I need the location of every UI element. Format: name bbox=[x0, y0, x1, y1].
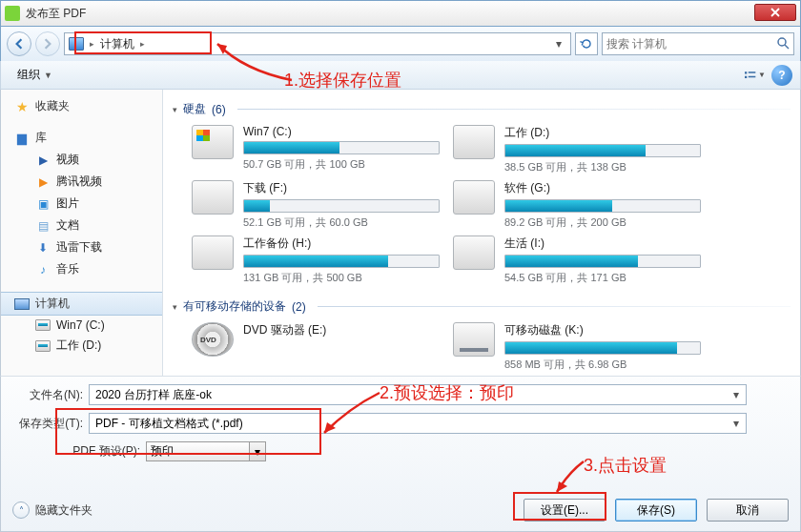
sidebar-item-documents[interactable]: ▤文档 bbox=[1, 215, 162, 236]
play-icon: ▶ bbox=[35, 174, 51, 190]
sidebar-item-label: 库 bbox=[35, 130, 47, 146]
drive-item[interactable]: Win7 (C:) 50.7 GB 可用，共 100 GB bbox=[192, 125, 440, 174]
save-button[interactable]: 保存(S) bbox=[615, 499, 697, 522]
star-icon: ★ bbox=[14, 99, 30, 114]
drive-stat: 131 GB 可用，共 500 GB bbox=[243, 271, 440, 285]
sidebar-libraries[interactable]: ▆库 bbox=[1, 127, 162, 149]
footer: ˄ 隐藏文件夹 设置(E)... 保存(S) 取消 bbox=[12, 499, 789, 522]
hide-folders-button[interactable]: ˄ 隐藏文件夹 bbox=[12, 501, 92, 519]
organize-label: 组织 bbox=[17, 67, 40, 83]
main-panel: ★收藏夹 ▆库 ▶视频 ▶腾讯视频 ▣图片 ▤文档 ⬇迅雷下载 ♪音乐 计算机 … bbox=[0, 90, 801, 376]
drive-stat: 50.7 GB 可用，共 100 GB bbox=[243, 157, 440, 172]
filename-field[interactable]: ▾ bbox=[89, 384, 747, 405]
section-hdd[interactable]: ▾ 硬盘 (6) bbox=[173, 97, 791, 121]
drive-stat: 52.1 GB 可用，共 60.0 GB bbox=[243, 215, 440, 230]
removable-item[interactable]: DVD 驱动器 (E:) bbox=[192, 322, 440, 372]
drive-grid: Win7 (C:) 50.7 GB 可用，共 100 GB 工作 (D:) 38… bbox=[173, 121, 791, 295]
view-button[interactable]: ▼ bbox=[745, 66, 766, 85]
capacity-bar bbox=[243, 141, 440, 154]
drive-icon bbox=[453, 235, 495, 270]
view-icon bbox=[745, 69, 756, 82]
drive-icon bbox=[192, 180, 234, 215]
drive-item[interactable]: 工作备份 (H:) 131 GB 可用，共 500 GB bbox=[192, 235, 440, 285]
search-input[interactable] bbox=[606, 37, 776, 51]
drive-icon bbox=[192, 235, 234, 270]
address-dropdown-icon[interactable]: ▾ bbox=[551, 37, 566, 51]
sidebar-item-label: 迅雷下载 bbox=[56, 239, 102, 256]
drive-name: 工作 (D:) bbox=[504, 125, 701, 141]
sidebar-item-pictures[interactable]: ▣图片 bbox=[1, 193, 162, 215]
refresh-icon bbox=[580, 37, 593, 51]
section-label: 有可移动存储的设备 bbox=[183, 298, 286, 315]
drive-icon bbox=[453, 180, 495, 215]
drive-stat: 38.5 GB 可用，共 138 GB bbox=[504, 160, 701, 174]
settings-button[interactable]: 设置(E)... bbox=[524, 499, 606, 522]
drive-item[interactable]: 软件 (G:) 89.2 GB 可用，共 200 GB bbox=[453, 180, 701, 230]
collapse-icon: ▾ bbox=[173, 302, 177, 312]
type-label: 保存类型(T): bbox=[12, 416, 89, 432]
music-icon: ♪ bbox=[35, 262, 51, 277]
cancel-button[interactable]: 取消 bbox=[707, 499, 789, 522]
section-removable[interactable]: ▾ 有可移动存储的设备 (2) bbox=[173, 295, 791, 318]
sidebar-drive-c[interactable]: Win7 (C:) bbox=[1, 316, 162, 335]
window-title: 发布至 PDF bbox=[26, 6, 86, 22]
drive-item[interactable]: 下载 (F:) 52.1 GB 可用，共 60.0 GB bbox=[192, 180, 440, 230]
close-button[interactable] bbox=[754, 4, 796, 21]
drive-item[interactable]: 生活 (I:) 54.5 GB 可用，共 171 GB bbox=[453, 235, 701, 285]
capacity-bar bbox=[243, 199, 440, 213]
download-icon: ⬇ bbox=[35, 240, 51, 256]
picture-icon: ▣ bbox=[35, 196, 51, 212]
chevron-up-icon: ˄ bbox=[12, 501, 30, 519]
filename-label: 文件名(N): bbox=[12, 387, 89, 403]
preset-combo[interactable]: 预印 ▾ bbox=[146, 441, 266, 461]
preset-value: 预印 bbox=[151, 443, 174, 460]
filename-input[interactable] bbox=[95, 388, 740, 401]
sidebar-item-xunlei[interactable]: ⬇迅雷下载 bbox=[1, 236, 162, 258]
removable-item[interactable]: 可移动磁盘 (K:) 858 MB 可用，共 6.98 GB bbox=[453, 322, 701, 372]
section-count: (2) bbox=[292, 300, 306, 314]
search-icon bbox=[776, 36, 790, 52]
sidebar-computer[interactable]: 计算机 bbox=[1, 292, 162, 316]
sidebar-item-label: 图片 bbox=[56, 195, 79, 212]
sidebar-item-video[interactable]: ▶视频 bbox=[1, 149, 162, 171]
chevron-down-icon[interactable]: ▾ bbox=[729, 416, 744, 431]
help-button[interactable]: ? bbox=[771, 65, 792, 86]
sidebar-drive-d[interactable]: 工作 (D:) bbox=[1, 335, 162, 357]
type-field[interactable]: ▾ bbox=[89, 413, 747, 434]
chevron-down-icon: ▼ bbox=[758, 71, 766, 79]
refresh-button[interactable] bbox=[575, 32, 598, 55]
drive-name: DVD 驱动器 (E:) bbox=[243, 322, 440, 338]
capacity-bar bbox=[504, 144, 701, 157]
sidebar-item-label: 文档 bbox=[56, 217, 79, 234]
chevron-down-icon[interactable]: ▾ bbox=[729, 387, 744, 402]
search-box[interactable] bbox=[602, 32, 794, 55]
forward-button[interactable] bbox=[35, 31, 60, 56]
navbar: ▸ 计算机 ▸ ▾ bbox=[0, 27, 801, 61]
sidebar: ★收藏夹 ▆库 ▶视频 ▶腾讯视频 ▣图片 ▤文档 ⬇迅雷下载 ♪音乐 计算机 … bbox=[1, 90, 163, 376]
app-icon bbox=[5, 6, 20, 21]
chevron-down-icon[interactable]: ▾ bbox=[249, 442, 265, 460]
sidebar-item-label: 腾讯视频 bbox=[56, 174, 102, 190]
divider bbox=[237, 109, 791, 110]
drive-item[interactable]: 工作 (D:) 38.5 GB 可用，共 138 GB bbox=[453, 125, 701, 174]
address-bar[interactable]: ▸ 计算机 ▸ ▾ bbox=[64, 32, 571, 55]
back-button[interactable] bbox=[7, 31, 31, 56]
section-label: 硬盘 bbox=[183, 101, 206, 117]
drive-stat: 54.5 GB 可用，共 171 GB bbox=[504, 271, 701, 285]
sidebar-item-tencent[interactable]: ▶腾讯视频 bbox=[1, 171, 162, 193]
sidebar-item-music[interactable]: ♪音乐 bbox=[1, 258, 162, 280]
sidebar-item-label: 视频 bbox=[56, 152, 79, 168]
type-input[interactable] bbox=[95, 417, 740, 430]
content: ▾ 硬盘 (6) Win7 (C:) 50.7 GB 可用，共 100 GB 工… bbox=[163, 90, 800, 376]
sidebar-favorites[interactable]: ★收藏夹 bbox=[1, 95, 162, 117]
svg-rect-1 bbox=[745, 72, 747, 73]
sidebar-item-label: 音乐 bbox=[56, 261, 79, 277]
drive-name: 下载 (F:) bbox=[243, 180, 440, 196]
computer-icon bbox=[69, 37, 84, 51]
svg-rect-2 bbox=[749, 72, 756, 73]
organize-button[interactable]: 组织 ▼ bbox=[9, 64, 61, 86]
drive-stat: 89.2 GB 可用，共 200 GB bbox=[504, 215, 701, 230]
breadcrumb-root[interactable]: 计算机 bbox=[100, 36, 134, 52]
titlebar: 发布至 PDF bbox=[0, 0, 801, 27]
drive-stat: 858 MB 可用，共 6.98 GB bbox=[504, 358, 701, 372]
